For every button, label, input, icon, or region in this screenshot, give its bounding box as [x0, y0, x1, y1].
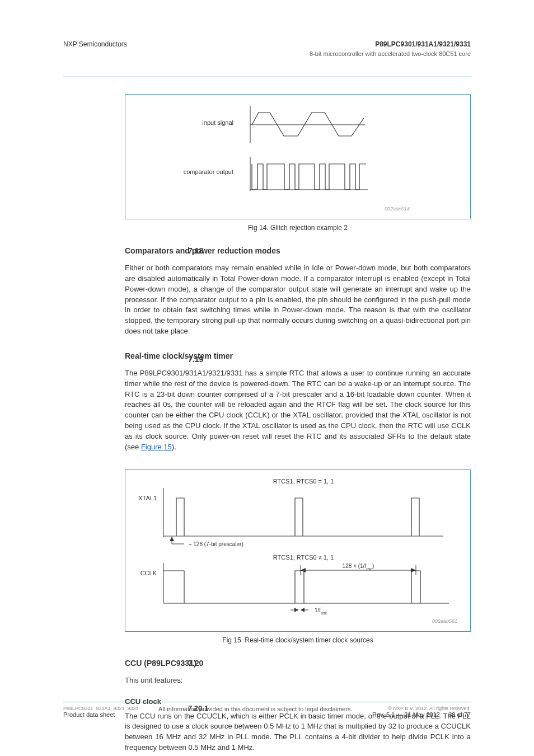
fig15-note: 002aab561: [432, 618, 457, 624]
section-7-20-para: This unit features:: [125, 675, 471, 686]
svg-marker-7: [170, 537, 174, 541]
figure-14-svg: input signal comparator output 002aae014: [180, 101, 415, 213]
footer-page: 38 of 77: [448, 711, 471, 718]
section-7-18-num: 7.18: [188, 246, 203, 255]
figure-15-link[interactable]: Figure 15: [141, 443, 172, 451]
footer-copyright: © NXP B.V. 2012. All rights reserved.: [372, 706, 471, 711]
section-7-18-title: Comparators and power reduction modes: [125, 246, 471, 255]
fig15-rtcs-not11: RTCS1, RTCS0 ≠ 1, 1: [273, 554, 334, 561]
header-rule: [63, 77, 471, 77]
section-7-19-text-suffix: ).: [172, 443, 176, 451]
footer-doc-type: Product data sheet: [63, 711, 139, 718]
section-7-19-text: The P89LPC9301/931A1/9321/9331 has a sim…: [125, 369, 471, 451]
section-7-18-para: Either or both comparators may remain en…: [125, 263, 471, 337]
section-7-20-title: CCU (P89LPC9331): [125, 659, 471, 668]
fig15-period-label: 128 × (1/fosc): [343, 563, 374, 571]
fig14-note: 002aae014: [385, 206, 410, 212]
section-7-19-para: The P89LPC9301/931A1/9321/9331 has a sim…: [125, 368, 471, 453]
figure-15-caption: Fig 15. Real-time clock/system timer clo…: [125, 636, 471, 644]
footer-rev: Rev. 5.1 — 21 May 2012: [372, 711, 440, 718]
header-subtitle: 8-bit microcontroller with accelerated t…: [63, 50, 471, 57]
fig14-output-label: comparator output: [184, 168, 233, 175]
footer-doc-id: P89LPC9301_931A1_9321_9331: [63, 706, 139, 711]
figure-14-box: input signal comparator output 002aae014: [125, 94, 471, 219]
svg-marker-15: [411, 568, 416, 572]
fig15-rtcs11: RTCS1, RTCS0 = 1, 1: [273, 478, 334, 485]
svg-marker-19: [301, 608, 305, 612]
footer-disclaimer: All information provided in this documen…: [139, 706, 372, 718]
section-7-19-title: Real-time clock/system timer: [125, 351, 471, 360]
figure-14-caption: Fig 14. Glitch rejection example 2: [125, 224, 471, 232]
figure-15-svg: RTCS1, RTCS0 = 1, 1 XTAL1 ÷ 128 (7-bit p…: [133, 476, 463, 626]
fig14-input-label: input signal: [202, 119, 233, 126]
section-7-20-num: 7.20: [188, 659, 203, 668]
fig15-cclk: CCLK: [140, 570, 157, 576]
fig15-fosc-label: 1/fosc: [315, 607, 327, 615]
figure-15-box: RTCS1, RTCS0 = 1, 1 XTAL1 ÷ 128 (7-bit p…: [125, 469, 471, 632]
page-footer: P89LPC9301_931A1_9321_9331 Product data …: [63, 702, 471, 718]
header-company: NXP Semiconductors: [63, 40, 127, 48]
header-part-number: P89LPC9301/931A1/9321/9331: [375, 40, 471, 48]
svg-marker-17: [294, 608, 298, 612]
fig15-prescaler-label: ÷ 128 (7-bit prescaler): [189, 541, 243, 547]
fig15-xtal1: XTAL1: [138, 495, 157, 501]
section-7-19-num: 7.19: [188, 355, 203, 364]
svg-marker-14: [301, 568, 306, 572]
